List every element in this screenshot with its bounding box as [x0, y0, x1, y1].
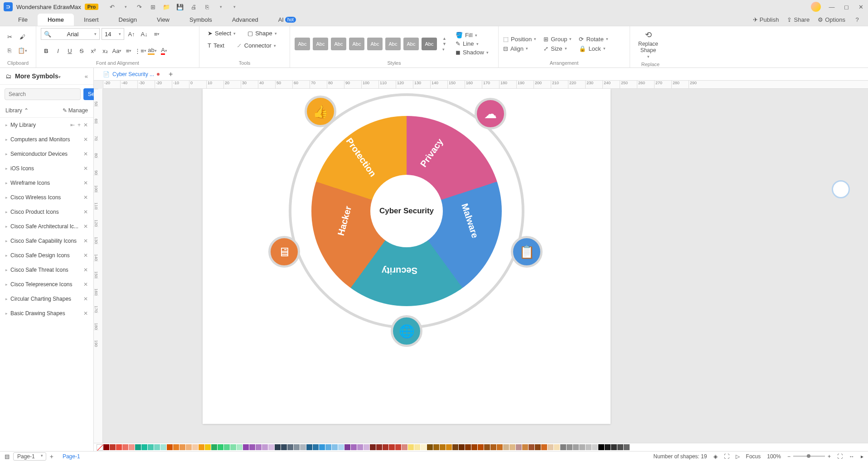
color-swatch[interactable]: [554, 444, 560, 450]
color-swatch[interactable]: [357, 444, 363, 450]
style-up-icon[interactable]: ▲: [442, 36, 446, 41]
font-family-select[interactable]: 🔍Arial▾: [41, 28, 100, 40]
color-swatch[interactable]: [256, 444, 262, 450]
style-swatch[interactable]: Abc: [313, 38, 328, 50]
color-swatch[interactable]: [465, 444, 471, 450]
document-tab[interactable]: 📄 Cyber Security ...: [98, 69, 164, 79]
page-selector[interactable]: Page-1▾: [13, 452, 46, 461]
style-swatch[interactable]: Abc: [422, 38, 437, 50]
add-tab-button[interactable]: +: [169, 70, 173, 78]
zoom-slider[interactable]: [793, 456, 825, 457]
print-icon[interactable]: 🖨: [190, 3, 197, 10]
export-dropdown-icon[interactable]: ▾: [217, 3, 224, 10]
publish-button[interactable]: ✈Publish: [753, 16, 779, 23]
color-swatch[interactable]: [135, 444, 141, 450]
color-swatch[interactable]: [617, 444, 623, 450]
close-item-icon[interactable]: ✕: [83, 136, 88, 143]
maximize-icon[interactable]: ◻: [843, 3, 850, 10]
color-swatch[interactable]: [414, 444, 420, 450]
import-icon[interactable]: ⇤: [70, 122, 75, 128]
zoom-level[interactable]: 100%: [767, 453, 781, 460]
paste-icon[interactable]: 📋▾: [17, 46, 27, 56]
help-icon[interactable]: ?: [853, 16, 861, 24]
color-swatch[interactable]: [129, 444, 135, 450]
close-item-icon[interactable]: ✕: [83, 310, 88, 317]
align-icon[interactable]: ≡▾: [151, 29, 162, 39]
color-swatch[interactable]: [332, 444, 338, 450]
color-swatch[interactable]: [110, 444, 116, 450]
close-item-icon[interactable]: ✕: [83, 165, 88, 172]
style-more-icon[interactable]: ▾: [442, 47, 446, 52]
color-swatch[interactable]: [122, 444, 128, 450]
increase-font-icon[interactable]: A↑: [126, 29, 137, 39]
size-button[interactable]: ⤢Size▾: [543, 45, 572, 52]
color-swatch[interactable]: [446, 444, 452, 450]
color-swatch[interactable]: [598, 444, 604, 450]
color-swatch[interactable]: [395, 444, 401, 450]
close-icon[interactable]: ✕: [857, 3, 864, 10]
color-swatch[interactable]: [452, 444, 458, 450]
color-swatch[interactable]: [224, 444, 230, 450]
color-swatch[interactable]: [567, 444, 572, 450]
color-swatch[interactable]: [522, 444, 528, 450]
play-icon[interactable]: ▷: [736, 453, 740, 460]
line-spacing-button[interactable]: ≡▾: [123, 45, 134, 56]
color-swatch[interactable]: [281, 444, 287, 450]
style-swatch[interactable]: Abc: [295, 38, 310, 50]
color-swatch[interactable]: [509, 444, 515, 450]
search-input[interactable]: [5, 88, 81, 100]
focus-label[interactable]: Focus: [746, 453, 761, 460]
layers-icon[interactable]: ◈: [713, 453, 718, 460]
lock-button[interactable]: 🔒Lock▾: [579, 45, 608, 52]
color-swatch[interactable]: [364, 444, 369, 450]
no-fill-swatch[interactable]: [97, 444, 103, 451]
sidebar-item[interactable]: ▸Cisco Safe Architectural Ic...✕: [0, 219, 93, 234]
color-swatch[interactable]: [249, 444, 255, 450]
node-monitor[interactable]: 🖥: [268, 236, 300, 268]
close-item-icon[interactable]: ✕: [83, 281, 88, 288]
underline-button[interactable]: U: [64, 45, 75, 56]
add-icon[interactable]: +: [78, 122, 81, 128]
color-swatch[interactable]: [268, 444, 274, 450]
color-swatch[interactable]: [243, 444, 249, 450]
menu-home[interactable]: Home: [38, 14, 74, 26]
bullets-button[interactable]: ⋮≡▾: [135, 45, 146, 56]
menu-insert[interactable]: Insert: [74, 14, 109, 26]
color-swatch[interactable]: [262, 444, 268, 450]
style-gallery[interactable]: Abc Abc Abc Abc Abc Abc Abc Abc: [295, 38, 437, 50]
color-swatch[interactable]: [389, 444, 395, 450]
align-button[interactable]: ⊟Align▾: [503, 45, 536, 52]
export-icon[interactable]: ⎘: [204, 3, 211, 10]
menu-file[interactable]: File: [8, 14, 38, 26]
pages-icon[interactable]: ▤: [5, 453, 10, 460]
strikethrough-button[interactable]: S: [76, 45, 87, 56]
close-item-icon[interactable]: ✕: [83, 267, 88, 273]
redo-icon[interactable]: ↷: [136, 3, 143, 10]
color-swatch[interactable]: [141, 444, 147, 450]
manage-library-button[interactable]: ✎Manage: [63, 107, 88, 114]
undo-dropdown-icon[interactable]: ▾: [122, 3, 129, 10]
color-swatch[interactable]: [535, 444, 541, 450]
collaborator-avatar[interactable]: [832, 180, 850, 198]
color-swatch[interactable]: [287, 444, 293, 450]
color-swatch[interactable]: [192, 444, 198, 450]
share-button[interactable]: ⇪Share: [787, 16, 810, 23]
color-swatch[interactable]: [541, 444, 547, 450]
color-swatch[interactable]: [173, 444, 179, 450]
close-item-icon[interactable]: ✕: [83, 296, 88, 302]
color-swatch[interactable]: [529, 444, 534, 450]
menu-design[interactable]: Design: [109, 14, 147, 26]
color-swatch[interactable]: [237, 444, 242, 450]
open-icon[interactable]: 📁: [163, 3, 170, 10]
color-swatch[interactable]: [313, 444, 319, 450]
add-page-button[interactable]: +: [50, 453, 53, 460]
superscript-button[interactable]: x²: [88, 45, 99, 56]
style-swatch[interactable]: Abc: [385, 38, 401, 50]
collapse-panel-icon[interactable]: ▸: [861, 453, 863, 460]
color-swatch[interactable]: [338, 444, 344, 450]
color-swatch[interactable]: [275, 444, 281, 450]
sidebar-item[interactable]: ▸Cisco Safe Design Icons✕: [0, 248, 93, 263]
color-swatch[interactable]: [490, 444, 496, 450]
color-swatch[interactable]: [319, 444, 325, 450]
color-swatch[interactable]: [503, 444, 509, 450]
